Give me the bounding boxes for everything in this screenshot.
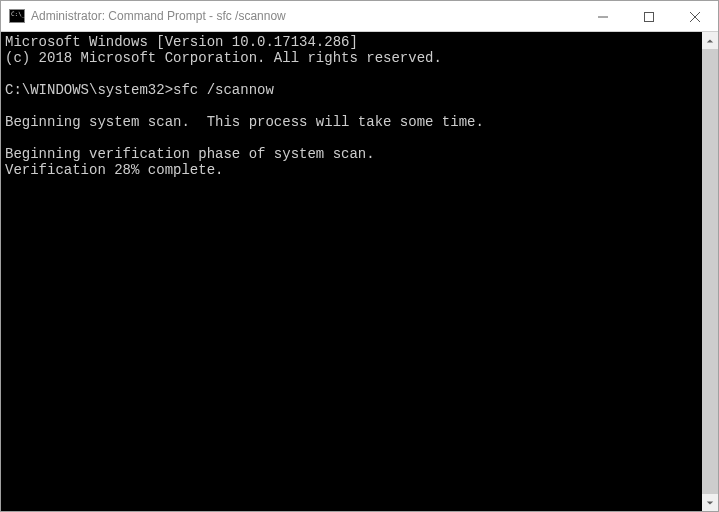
app-icon[interactable] [9, 9, 25, 23]
titlebar[interactable]: Administrator: Command Prompt - sfc /sca… [1, 1, 718, 32]
copyright-line: (c) 2018 Microsoft Corporation. All righ… [5, 50, 442, 66]
minimize-button[interactable] [580, 1, 626, 32]
prompt: C:\WINDOWS\system32> [5, 82, 173, 98]
maximize-button[interactable] [626, 1, 672, 32]
os-version-line: Microsoft Windows [Version 10.0.17134.28… [5, 34, 358, 50]
terminal-area: Microsoft Windows [Version 10.0.17134.28… [1, 32, 718, 511]
window-title: Administrator: Command Prompt - sfc /sca… [31, 9, 580, 23]
command-prompt-window: Administrator: Command Prompt - sfc /sca… [0, 0, 719, 512]
verify-begin-line: Beginning verification phase of system s… [5, 146, 375, 162]
minimize-icon [598, 12, 608, 22]
verify-progress-line: Verification 28% complete. [5, 162, 223, 178]
scroll-down-button[interactable] [702, 494, 718, 511]
window-controls [580, 1, 718, 31]
close-button[interactable] [672, 1, 718, 32]
chevron-down-icon [706, 499, 714, 507]
scroll-up-button[interactable] [702, 32, 718, 49]
vertical-scrollbar[interactable] [702, 32, 718, 511]
close-icon [690, 12, 700, 22]
command-input: sfc /scannow [173, 82, 274, 98]
scroll-thumb[interactable] [702, 49, 718, 494]
scroll-track[interactable] [702, 49, 718, 494]
maximize-icon [644, 12, 654, 22]
scan-begin-line: Beginning system scan. This process will… [5, 114, 484, 130]
svg-rect-0 [645, 12, 654, 21]
terminal-output[interactable]: Microsoft Windows [Version 10.0.17134.28… [1, 32, 702, 511]
chevron-up-icon [706, 37, 714, 45]
